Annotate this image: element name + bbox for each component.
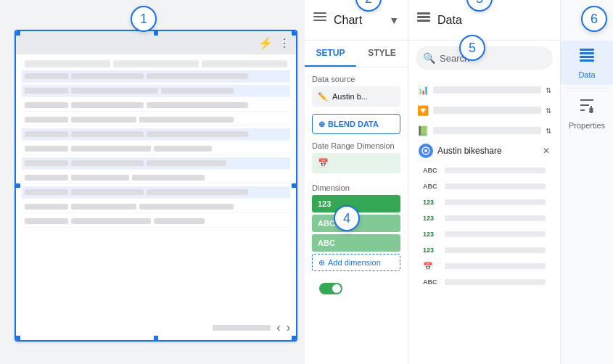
dimension-section: 4 Dimension 123 ABC ABC ⊕ Add dimension [312,183,400,271]
data-icon [578,46,596,67]
field-item-2[interactable]: ABC [417,178,551,194]
data-source-row-3[interactable]: 📗 ⇅ [414,120,554,141]
table-cell [71,117,136,123]
resize-handle-tr[interactable] [291,30,297,36]
sort-arrows-1[interactable]: ⇅ [546,86,551,94]
chart-preview-panel: 1 ⚡ ⋮ [0,0,305,364]
field-item-1[interactable]: ABC [417,162,551,178]
dimension-chip-3[interactable]: ABC [312,234,400,252]
tab-style[interactable]: STYLE [356,41,408,67]
svg-rect-3 [417,12,430,15]
sort-arrows-3[interactable]: ⇅ [546,127,551,135]
ds-field-2 [433,107,541,114]
search-box[interactable]: 🔍 Search 5 [416,46,553,70]
svg-rect-10 [580,56,594,58]
table-cell [71,131,144,137]
field-name-2 [445,183,546,189]
resize-handle-rm[interactable] [291,183,297,189]
field-type-4: 123 [423,215,440,222]
field-name-4 [445,215,546,221]
table-cell [147,189,248,195]
resize-handle-br[interactable] [291,335,297,341]
col-header-2 [113,60,199,67]
date-range-field[interactable]: 📅 [312,153,400,173]
field-item-8[interactable]: ABC [417,274,551,290]
field-type-7: 📅 [423,262,440,271]
table-cell [71,73,144,79]
resize-handle-bm[interactable] [153,335,159,341]
data-source-list: 📊 ⇅ 🔽 ⇅ 📗 ⇅ Austin bikeshare ✕ ABC [408,75,560,364]
field-item-5[interactable]: 123 [417,226,551,242]
resize-handle-lm[interactable] [15,183,21,189]
table-cell [71,218,151,224]
field-item-3[interactable]: 123 [417,194,551,210]
table-cell [139,117,234,123]
table-cell [147,73,248,79]
properties-button-label: Properties [569,121,605,130]
field-name-6 [445,247,546,253]
add-dimension-button[interactable]: ⊕ Add dimension [312,254,400,271]
chart-container[interactable]: ⚡ ⋮ [15,30,297,342]
table-row [22,186,290,199]
tab-setup[interactable]: SETUP [305,41,356,67]
step-3-circle: 3 [466,0,493,12]
bikeshare-name: Austin bikeshare [437,146,538,156]
table-row [22,114,290,126]
data-source-field[interactable]: ✏️ Austin b... [312,86,400,107]
chart-dropdown-arrow[interactable]: ▼ [389,15,399,26]
field-type-6: 123 [423,247,440,254]
field-type-8: ABC [423,278,440,286]
field-item-7[interactable]: 📅 [417,258,551,274]
col-header-3 [202,60,287,67]
ds-field-3 [433,127,541,134]
step-4-circle: 4 [334,205,360,231]
table-cell [71,160,144,166]
step-6-circle: 6 [581,6,607,32]
field-item-4[interactable]: 123 [417,210,551,226]
step-1-circle: 1 [131,6,157,32]
data-panel-header: Data 3 [408,0,560,41]
blend-data-button[interactable]: ⊕ BLEND DATA [312,114,400,134]
table-cell [25,102,68,108]
table-cell [71,175,129,181]
table-cell [25,218,68,224]
table-cell [161,88,234,94]
plus-icon: ⊕ [318,120,325,129]
step-2-circle: 2 [355,0,382,12]
table-cell [71,146,151,152]
sheet-icon: 📗 [417,125,429,136]
field-name-7 [445,263,546,269]
more-icon[interactable]: ⋮ [279,36,290,50]
properties-button[interactable]: Properties [561,91,613,136]
table-cell [147,160,226,166]
lightning-icon[interactable]: ⚡ [258,36,273,50]
filter-icon: 🔽 [417,104,429,116]
divider [565,88,609,88]
svg-rect-2 [313,20,326,21]
data-source-row-1[interactable]: 📊 ⇅ [414,80,554,100]
chart-tabs: SETUP STYLE [305,41,408,67]
collapse-icon[interactable]: ✕ [543,146,550,156]
data-button[interactable]: Data [561,41,613,85]
austin-bikeshare-header[interactable]: Austin bikeshare ✕ [414,141,554,161]
toggle-switch[interactable] [319,283,342,294]
chart-panel-header: Chart ▼ 2 [305,0,408,41]
col-header-1 [25,60,110,67]
data-source-row-2[interactable]: 🔽 ⇅ [414,100,554,120]
field-type-2: ABC [423,183,440,190]
chart-panel-title: Chart [334,14,362,27]
table-cell [71,204,136,210]
resize-handle-bl[interactable] [15,335,21,341]
field-item-6[interactable]: 123 [417,242,551,258]
resize-handle-tm[interactable] [153,30,159,36]
svg-rect-11 [580,59,594,62]
field-type-1: ABC [423,167,440,174]
prev-arrow[interactable]: ‹ [276,321,280,334]
ds-field-1 [433,86,541,94]
sort-arrows-2[interactable]: ⇅ [546,107,551,115]
svg-rect-5 [417,20,430,22]
next-arrow[interactable]: › [287,321,290,334]
resize-handle-tl[interactable] [15,30,21,36]
table-cell [154,218,205,224]
field-name-5 [445,231,546,237]
